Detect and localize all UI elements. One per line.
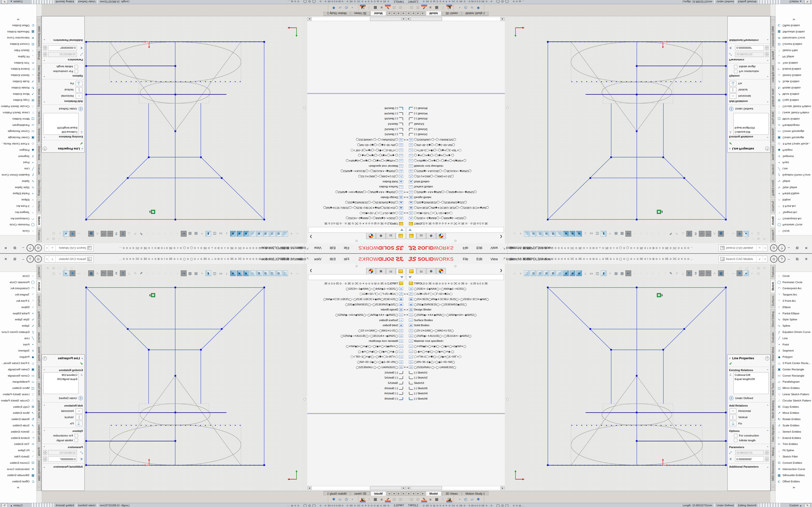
tool-stretch-entities[interactable]: ↔Stretch Entities — [775, 429, 812, 435]
collapse-chevron-icon[interactable]: ⌃ — [767, 100, 769, 103]
tool-polygon[interactable]: ◆Polygon — [775, 354, 812, 360]
tool-offset-entities[interactable]: ⊏Offset Entities — [775, 22, 812, 29]
status-edit-icon[interactable]: ✎ — [1, 503, 8, 507]
menu-view[interactable]: View — [310, 243, 325, 253]
tool-point[interactable]: ▪Point — [775, 341, 812, 348]
tool-sketch-fillet[interactable]: ◝Sketch Fillet — [0, 453, 37, 460]
tree-row[interactable]: ▱◯✳Ꮁ96∘£◯✳◉Ι◯∘◯Ι◉✳◯£∘69Ꮁ✳◯ — [307, 354, 406, 359]
tab-nav-icon[interactable]: ◀ — [397, 11, 401, 16]
bottom-toolbar-icon[interactable]: ⇩ — [366, 5, 372, 11]
length-parameter-input[interactable]: 10.88152731 — [735, 450, 764, 455]
bottom-toolbar-icon[interactable]: ◔ — [350, 496, 355, 502]
tree-row[interactable]: ┼◯ИΝ∘96∘£◉◯∘◯◉£∘69∘ΝИ◯ — [307, 359, 406, 364]
tool-rotate-entities[interactable]: ↻Rotate Entities — [775, 416, 812, 422]
tool-copy-entities[interactable]: ⊞Copy Entities — [775, 404, 812, 410]
section-existing-relations[interactable]: Existing Relations⌃ — [728, 368, 770, 372]
tool-ellipse[interactable]: ○Ellipse — [775, 304, 812, 310]
tree-row[interactable]: ▶▤Design Binder — [307, 307, 406, 312]
tool-sketch-fillet[interactable]: ◝Sketch Fillet — [0, 47, 37, 54]
cmd-tab-mold-tools[interactable]: Mold Tools — [37, 110, 42, 126]
cmd-tab-weldments[interactable]: Weldments — [37, 127, 42, 143]
length-spinner[interactable]: ▲▼ — [43, 450, 47, 455]
bottom-toolbar-icon[interactable]: ▥ — [415, 5, 421, 11]
tool-parallelogram[interactable]: ▱Parallelogram — [0, 122, 37, 128]
tool-centerpoint-arc[interactable]: ◠Centerpoint Arc — [0, 216, 37, 222]
status-units-selector[interactable]: Custom ▴ — [788, 503, 803, 507]
relations-listbox[interactable]: Collinear108 Equal length109 — [43, 372, 79, 394]
option-for-construction[interactable]: For construction — [728, 433, 770, 438]
tree-row[interactable]: (-) Sketch5 — [406, 116, 505, 122]
tool-3-point-center-recta-[interactable]: ◇3 Point Center Recta... — [0, 360, 37, 366]
tree-row[interactable]: TЯPDL2. ⊙ ЗЕ ⊙ Ш ⊙ ⊙ ⊙ ✳ ⊙ ƆC ⊙ ЗЕ ⊙ ٠ ⊙… — [406, 281, 505, 286]
collapse-chevron-icon[interactable]: ⌃ — [43, 430, 45, 433]
tool-style-spline[interactable]: ∿Style Spline — [775, 184, 812, 191]
expand-arrow-icon[interactable]: ▶ — [403, 139, 406, 141]
cmd-tab-mesh-modeling[interactable]: Mesh Modeling — [770, 86, 775, 109]
collapse-chevron-icon[interactable]: ⌃ — [43, 369, 45, 372]
rollback-bar[interactable] — [406, 413, 505, 414]
tree-row[interactable]: ▶▤Design Binder — [406, 307, 505, 312]
add-relation-horizontal[interactable]: ─Horizontal — [42, 408, 84, 414]
tab-nav-icon[interactable]: ▶ — [421, 11, 425, 16]
tab-model[interactable]: Model — [370, 11, 386, 16]
tree-filter-input[interactable] — [308, 227, 405, 233]
add-relation-horizontal[interactable]: ─Horizontal — [728, 408, 770, 414]
vertical-relation-icon[interactable]: │ — [75, 87, 83, 93]
relations-listbox[interactable]: Collinear108 Equal length109 — [733, 113, 769, 135]
add-relation-fix[interactable]: ⚓Fix — [728, 80, 770, 87]
expand-arrow-icon[interactable]: ▶ — [406, 191, 409, 193]
pin-icon[interactable]: 📌︎ — [305, 257, 310, 261]
cmd-tab--[interactable]: ⋮ — [770, 16, 775, 23]
menu-file[interactable]: File — [459, 254, 472, 264]
length-parameter-input[interactable]: 10.88152731 — [48, 52, 77, 57]
tool-rotate-entities[interactable]: ↻Rotate Entities — [0, 416, 37, 422]
bottom-toolbar-icon[interactable]: ≡ — [427, 496, 433, 502]
expand-arrow-icon[interactable]: ▶ — [403, 293, 406, 295]
tool-ellipse[interactable]: ○Ellipse — [0, 197, 37, 203]
tree-row[interactable]: ▶⟳◯⅄£◉✳25∘Ꮁ◯∘◯Ꮁ∘52✳◉£⅄◯ — [307, 211, 406, 216]
tree-row[interactable]: ▱◯∙◉✳◯✳◉Ι◯∘◯Ι◉✳◯✳◉∙◯ — [406, 349, 505, 354]
add-relation-vertical[interactable]: │Vertical — [42, 87, 84, 93]
collapse-chevron-icon[interactable]: ⌃ — [43, 59, 45, 61]
relation-item[interactable]: Collinear108 — [735, 130, 767, 134]
angle-parameter-input[interactable]: 0.00000000° — [48, 45, 77, 50]
cmd-tab-markup[interactable]: Markup — [770, 49, 775, 62]
panel-help-icon[interactable]: ? — [765, 147, 769, 151]
tool-center-rectangle[interactable]: ▣Center Rectangle — [775, 366, 812, 373]
tool-line[interactable]: ╱Line — [0, 335, 37, 341]
cmd-tab-mold-tools[interactable]: Mold Tools — [770, 110, 775, 126]
collapse-chevron-icon[interactable]: ⌃ — [767, 446, 769, 449]
relation-badge-3[interactable]: 3 — [149, 210, 155, 214]
fix-relation-icon[interactable]: ⚓ — [729, 81, 737, 86]
tool-tangent-arc[interactable]: ◝Tangent Arc — [775, 291, 812, 298]
relation-item[interactable]: Collinear108 — [45, 130, 77, 134]
splitter-handle-icon[interactable] — [303, 107, 306, 109]
tool-copy-entities[interactable]: ⊞Copy Entities — [775, 97, 812, 103]
tree-filter-input[interactable] — [407, 227, 504, 233]
scroll-right-icon[interactable]: ▶ — [307, 17, 311, 21]
cmd-tab-markup[interactable]: Markup — [770, 445, 775, 458]
fm-tab-displaymanager-icon[interactable] — [366, 268, 376, 274]
horizontal-relation-icon[interactable]: ─ — [729, 408, 737, 413]
tool-point[interactable]: ▪Point — [0, 159, 37, 166]
expand-arrow-icon[interactable]: ▶ — [406, 212, 409, 214]
bottom-toolbar-icon[interactable]: ⇩ — [366, 496, 372, 502]
tree-row[interactable]: ◆Solid Bodies — [406, 323, 505, 328]
tree-row[interactable]: Σ◯25ИΝ◉∘✳ΑU⊡ЗЕ◯∘◯ЗЕ⊡UΑ✳∘◉ΝИ52◯ — [307, 333, 406, 338]
tree-row[interactable]: ◗Surface Bodies — [406, 184, 505, 190]
menu-view[interactable]: View — [310, 254, 325, 264]
tool-sketch-fillet[interactable]: ◝Sketch Fillet — [775, 453, 812, 460]
tree-row[interactable]: (-) Sketch4 — [307, 391, 406, 396]
expand-arrow-icon[interactable]: ▶ — [403, 314, 406, 316]
tree-row[interactable]: (-) Sketch1 — [307, 132, 406, 137]
more-tools-chevron-icon[interactable]: ≫ — [775, 18, 812, 21]
tree-row[interactable]: ◆Solid Bodies — [307, 179, 406, 184]
bottom-toolbar-icon[interactable]: ✱ — [331, 496, 337, 502]
cmd-tab-features[interactable]: Features — [770, 228, 775, 242]
angle-parameter-input[interactable]: 0.00000000° — [735, 45, 764, 50]
horizontal-relation-icon[interactable]: ─ — [729, 94, 737, 99]
fm-tab-configurations-icon[interactable]: ⊕ — [376, 268, 386, 274]
help-icon[interactable]: ? — [778, 244, 785, 251]
tool-scale-entities[interactable]: ⇗Scale Entities — [775, 422, 812, 429]
relations-listbox[interactable]: Collinear108 Equal length109 — [43, 113, 79, 135]
